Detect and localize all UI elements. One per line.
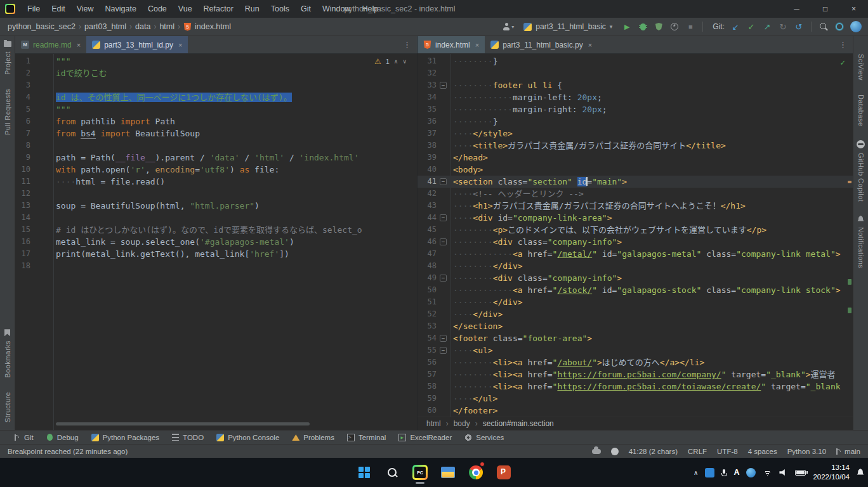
line-number[interactable]: 1	[15, 55, 30, 67]
breadcrumb-item[interactable]: html	[426, 419, 441, 428]
code-line[interactable]: 37····</style>	[418, 127, 853, 140]
line-number[interactable]: 56	[418, 356, 437, 368]
cloud-icon[interactable]	[592, 449, 601, 454]
fold-icon[interactable]: −	[440, 275, 447, 282]
line-number[interactable]: 55	[418, 344, 437, 356]
code-line[interactable]: 2idで絞りこむ	[15, 67, 417, 79]
interpreter-widget[interactable]: Python 3.10	[787, 448, 826, 455]
push-button[interactable]: ↗	[762, 20, 772, 33]
line-number[interactable]: 2	[15, 67, 30, 79]
tab-close-icon[interactable]: ×	[77, 41, 81, 49]
encoding-widget[interactable]: UTF-8	[717, 448, 738, 455]
wifi-icon[interactable]	[763, 469, 772, 476]
tab-close-icon[interactable]: ×	[588, 41, 592, 49]
tray-app-icon[interactable]	[705, 468, 714, 477]
line-number[interactable]: 37	[418, 127, 437, 140]
line-number[interactable]: 48	[418, 260, 437, 272]
code-line[interactable]: 10with path.open('r', encoding='utf8') a…	[15, 164, 417, 176]
menu-item-code[interactable]: Code	[142, 0, 173, 18]
html-editor[interactable]: 31········}3233−········footer ul li {34…	[418, 54, 853, 417]
run-button[interactable]: ▶	[622, 20, 632, 33]
code-line[interactable]: 59····</ul>	[418, 393, 853, 405]
line-ending-widget[interactable]: CRLF	[688, 448, 707, 455]
line-number[interactable]: 12	[15, 188, 30, 200]
run-config-selector[interactable]: part3_11_html_basic ▾	[520, 21, 616, 32]
code-line[interactable]: 7from bs4 import BeautifulSoup	[15, 127, 417, 140]
tab-close-icon[interactable]: ×	[178, 41, 182, 49]
tool-button-database[interactable]: Database	[857, 94, 865, 126]
breadcrumb-item[interactable]: data	[135, 22, 150, 31]
tool-button-github-copilot[interactable]: GitHub Copilot	[857, 140, 865, 202]
line-number[interactable]: 35	[418, 103, 437, 115]
code-line[interactable]: 35············margin-right: 20px;	[418, 103, 853, 115]
line-number[interactable]: 7	[15, 127, 30, 140]
line-number[interactable]: 10	[15, 164, 30, 176]
code-line[interactable]: 50············<a href="/stock/" id="gala…	[418, 284, 853, 296]
line-number[interactable]: 8	[15, 140, 30, 152]
line-number[interactable]: 9	[15, 152, 30, 164]
line-number[interactable]: 17	[15, 248, 30, 260]
line-number[interactable]: 15	[15, 224, 30, 236]
line-number[interactable]: 53	[418, 320, 437, 332]
code-line[interactable]: 5"""	[15, 103, 417, 115]
line-number[interactable]: 40	[418, 164, 437, 176]
indent-widget[interactable]: 4 spaces	[748, 448, 777, 455]
tab-part3-13-html-id-py[interactable]: part3_13_html_id.py×	[86, 36, 188, 53]
line-number[interactable]: 51	[418, 296, 437, 308]
line-number[interactable]: 59	[418, 393, 437, 405]
tab-close-icon[interactable]: ×	[475, 41, 479, 49]
code-line[interactable]: 36········}	[418, 115, 853, 127]
python-editor[interactable]: 1"""2idで絞りこむ34id は、その性質上、同一ページに1つしか存在しない…	[15, 54, 417, 430]
volume-icon[interactable]	[779, 469, 788, 476]
line-number[interactable]: 4	[15, 91, 30, 103]
line-number[interactable]: 39	[418, 152, 437, 164]
code-line[interactable]: 12	[15, 188, 417, 200]
breadcrumb-item[interactable]: body	[454, 419, 470, 428]
line-number[interactable]: 52	[418, 308, 437, 320]
ime-indicator[interactable]: A	[733, 468, 739, 477]
git-branch-widget[interactable]: main	[836, 448, 860, 455]
code-line[interactable]: 43····<h1>ガラパゴス貴金属/ガラパゴス証券の合同サイトへようこそ！</…	[418, 200, 853, 212]
line-number[interactable]: 54	[418, 332, 437, 344]
line-number[interactable]: 6	[15, 115, 30, 127]
start-button[interactable]	[353, 460, 376, 485]
menu-item-vue[interactable]: Vue	[173, 0, 198, 18]
tool-window-button-services[interactable]: Services	[458, 431, 510, 444]
tool-window-button-terminal[interactable]: Terminal	[341, 431, 392, 444]
profiler-button[interactable]	[669, 20, 680, 33]
line-number[interactable]: 43	[418, 200, 437, 212]
inspections-ok-icon[interactable]: ✓	[840, 56, 845, 68]
line-number[interactable]: 32	[418, 67, 437, 79]
line-number[interactable]: 50	[418, 284, 437, 296]
fold-icon[interactable]: −	[440, 214, 447, 221]
code-line[interactable]: 48········</div>	[418, 260, 853, 272]
breadcrumb-item[interactable]: html	[159, 22, 174, 31]
hidden-icons-chevron[interactable]: ∧	[694, 469, 698, 476]
fold-icon[interactable]: −	[440, 82, 447, 89]
tray-blue-app-icon[interactable]	[746, 468, 756, 477]
tool-button-pull-requests[interactable]: Pull Requests	[4, 89, 11, 135]
battery-icon[interactable]	[795, 470, 806, 476]
code-line[interactable]: 6from pathlib import Path	[15, 115, 417, 127]
line-number[interactable]: 16	[15, 236, 30, 248]
code-line[interactable]: 32	[418, 67, 853, 79]
code-line[interactable]: 1"""	[15, 55, 417, 67]
code-line[interactable]: 15# id はひとつしかない(はず)。なので、idで要素を取得するならば、se…	[15, 224, 417, 236]
taskbar-search-button[interactable]	[381, 460, 404, 485]
code-line[interactable]: 47············<a href="/metal/" id="gala…	[418, 248, 853, 260]
tabs-more-icon[interactable]: ⋮	[397, 36, 417, 53]
line-number[interactable]: 36	[418, 115, 437, 127]
code-with-me-button[interactable]: ▾	[503, 20, 514, 33]
line-number[interactable]: 14	[15, 212, 30, 224]
code-line[interactable]: 55−····<ul>	[418, 344, 853, 356]
code-line[interactable]: 49−········<div class="company-info">	[418, 272, 853, 284]
code-line[interactable]: 11····html = file.read()	[15, 176, 417, 188]
tool-button-project[interactable]: Project	[4, 41, 11, 75]
code-line[interactable]: 14	[15, 212, 417, 224]
line-number[interactable]: 18	[15, 260, 30, 272]
rollback-button[interactable]: ↺	[794, 20, 804, 33]
inspections-widget[interactable]: ⚠ 1 ∧ ∨	[374, 56, 407, 68]
fold-icon[interactable]: −	[440, 238, 447, 245]
code-line[interactable]: 51········</div>	[418, 296, 853, 308]
caret-position-widget[interactable]: 41:28 (2 chars)	[629, 448, 678, 455]
